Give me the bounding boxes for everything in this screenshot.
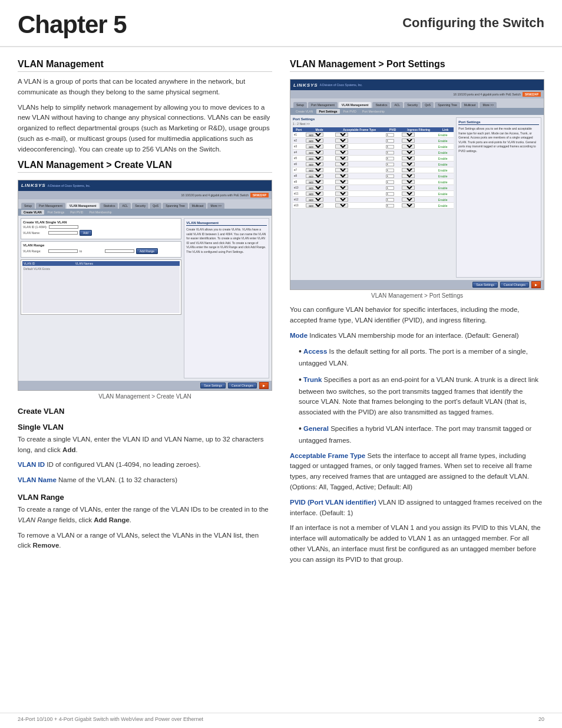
tab-port-mgmt[interactable]: Port Management xyxy=(36,203,65,209)
pvid-cell-e6[interactable] xyxy=(385,162,400,167)
aft-select-e6[interactable]: All Tagged Active xyxy=(335,162,348,166)
ingress-select-e13[interactable]: Enable Disable xyxy=(402,203,415,207)
pvid-cell-e9[interactable] xyxy=(385,179,400,185)
sub-tab-port[interactable]: Port Settings xyxy=(45,210,67,215)
pvid-input-e6[interactable] xyxy=(386,163,394,166)
ingress-cell-e13[interactable]: Enable Disable xyxy=(401,203,437,209)
port-tab-port-mgmt[interactable]: Port Management xyxy=(308,102,338,108)
mode-select-e7[interactable]: access trunk general xyxy=(306,168,323,172)
vlan-id-input[interactable] xyxy=(49,225,78,229)
ingress-cell-e11[interactable]: Enable Disable xyxy=(401,191,437,197)
tab-multicast[interactable]: Multicast xyxy=(189,203,207,209)
mode-cell-e10[interactable]: access trunk general xyxy=(305,185,333,191)
mode-select-e11[interactable]: access trunk general xyxy=(306,192,323,196)
pvid-cell-e13[interactable] xyxy=(385,203,400,209)
cancel-changes-btn-port[interactable]: Cancel Changes xyxy=(500,282,529,288)
port-tab-multicast[interactable]: Multicast xyxy=(461,102,479,108)
mode-cell-e13[interactable]: access trunk general xyxy=(305,203,333,209)
pvid-input-e11[interactable] xyxy=(386,192,394,196)
sub-tab-membership[interactable]: Port Membership xyxy=(87,210,114,215)
mode-cell-e3[interactable]: access trunk general xyxy=(305,144,333,150)
range-to-input[interactable] xyxy=(105,249,134,253)
pvid-input-e13[interactable] xyxy=(386,204,394,207)
ingress-select-e12[interactable]: Enable Disable xyxy=(402,197,415,202)
aft-cell-e3[interactable]: All Tagged Active xyxy=(334,144,385,150)
pvid-cell-e12[interactable] xyxy=(385,197,400,203)
pvid-cell-e11[interactable] xyxy=(385,191,400,197)
aft-cell-e13[interactable]: All Tagged Active xyxy=(334,203,385,209)
pvid-input-e4[interactable] xyxy=(386,151,394,154)
ingress-select-e3[interactable]: Enable Disable xyxy=(402,144,415,149)
ingress-cell-e10[interactable]: Enable Disable xyxy=(401,185,437,191)
pvid-input-e9[interactable] xyxy=(386,180,394,184)
pvid-cell-e5[interactable] xyxy=(385,156,400,162)
tab-more[interactable]: More >> xyxy=(207,203,224,209)
port-tab-qos[interactable]: QoS xyxy=(422,102,434,108)
mode-select-e4[interactable]: access trunk general xyxy=(306,150,323,154)
port-sub-tab-pvid[interactable]: Port PVID xyxy=(341,109,359,114)
pvid-input-e8[interactable] xyxy=(386,174,394,178)
tab-spanning[interactable]: Spanning Tree xyxy=(163,203,188,209)
ingress-select-e6[interactable]: Enable Disable xyxy=(402,162,415,166)
ingress-select-e11[interactable]: Enable Disable xyxy=(402,192,415,196)
pvid-input-e2[interactable] xyxy=(386,139,394,143)
mode-select-e5[interactable]: access trunk general xyxy=(306,156,323,160)
pvid-cell-e7[interactable] xyxy=(385,167,400,173)
aft-select-e5[interactable]: All Tagged Active xyxy=(335,156,348,160)
ingress-select-e1[interactable]: Enable Disable xyxy=(402,133,415,137)
mode-cell-e2[interactable]: access trunk general xyxy=(305,138,333,144)
tab-statistics[interactable]: Statistics xyxy=(100,203,118,209)
mode-cell-e5[interactable]: access trunk general xyxy=(305,156,333,162)
pvid-input-e1[interactable] xyxy=(386,133,394,137)
aft-cell-e1[interactable]: All Tagged Active xyxy=(334,132,385,138)
ingress-cell-e4[interactable]: Enable Disable xyxy=(401,150,437,156)
ingress-cell-e12[interactable]: Enable Disable xyxy=(401,197,437,203)
sub-tab-pvid[interactable]: Port PVID xyxy=(68,210,85,215)
pvid-cell-e1[interactable] xyxy=(385,132,400,138)
pvid-input-e10[interactable] xyxy=(386,186,394,190)
tab-vlan-mgmt[interactable]: VLAN Management xyxy=(67,203,100,209)
sub-tab-create[interactable]: Create VLAN xyxy=(21,210,44,215)
ingress-select-e10[interactable]: Enable Disable xyxy=(402,186,415,190)
cancel-changes-btn-create[interactable]: Cancel Changes xyxy=(228,383,257,388)
aft-cell-e12[interactable]: All Tagged Active xyxy=(334,197,385,203)
pvid-input-e3[interactable] xyxy=(386,145,394,149)
aft-cell-e7[interactable]: All Tagged Active xyxy=(334,167,385,173)
mode-cell-e9[interactable]: access trunk general xyxy=(305,179,333,185)
save-settings-btn-create[interactable]: Save Settings xyxy=(200,383,226,388)
ingress-select-e2[interactable]: Enable Disable xyxy=(402,139,415,143)
port-tab-vlan-mgmt[interactable]: VLAN Management xyxy=(339,102,372,108)
aft-select-e8[interactable]: All Tagged Active xyxy=(335,174,348,178)
port-sub-tab-port[interactable]: Port Settings xyxy=(316,109,339,114)
mode-cell-e7[interactable]: access trunk general xyxy=(305,167,333,173)
pvid-input-e12[interactable] xyxy=(386,198,394,202)
mode-select-e2[interactable]: access trunk general xyxy=(306,139,323,143)
port-sub-tab-create[interactable]: Create VLAN xyxy=(293,109,315,114)
mode-select-e12[interactable]: access trunk general xyxy=(306,197,323,202)
pvid-input-e5[interactable] xyxy=(386,157,394,160)
tab-qos[interactable]: QoS xyxy=(150,203,161,209)
mode-cell-e12[interactable]: access trunk general xyxy=(305,197,333,203)
mode-cell-e6[interactable]: access trunk general xyxy=(305,162,333,167)
add-range-btn[interactable]: Add Range xyxy=(136,248,158,254)
save-settings-btn-port[interactable]: Save Settings xyxy=(472,282,498,288)
pvid-cell-e3[interactable] xyxy=(385,144,400,150)
mode-select-e8[interactable]: access trunk general xyxy=(306,174,323,178)
port-tab-acl[interactable]: ACL xyxy=(391,102,403,108)
aft-select-e13[interactable]: All Tagged Active xyxy=(335,203,348,207)
mode-select-e13[interactable]: access trunk general xyxy=(306,203,323,207)
tab-security[interactable]: Security xyxy=(132,203,148,209)
mode-select-e9[interactable]: access trunk general xyxy=(306,180,323,184)
pvid-cell-e2[interactable] xyxy=(385,138,400,144)
aft-select-e3[interactable]: All Tagged Active xyxy=(335,144,348,149)
aft-select-e7[interactable]: All Tagged Active xyxy=(335,168,348,172)
mode-cell-e11[interactable]: access trunk general xyxy=(305,191,333,197)
port-tab-more[interactable]: More >> xyxy=(480,102,497,108)
pvid-cell-e4[interactable] xyxy=(385,150,400,156)
aft-cell-e9[interactable]: All Tagged Active xyxy=(334,179,385,185)
aft-cell-e11[interactable]: All Tagged Active xyxy=(334,191,385,197)
ingress-cell-e7[interactable]: Enable Disable xyxy=(401,167,437,173)
mode-select-e6[interactable]: access trunk general xyxy=(306,162,323,166)
aft-cell-e5[interactable]: All Tagged Active xyxy=(334,156,385,162)
mode-select-e3[interactable]: access trunk general xyxy=(306,144,323,149)
